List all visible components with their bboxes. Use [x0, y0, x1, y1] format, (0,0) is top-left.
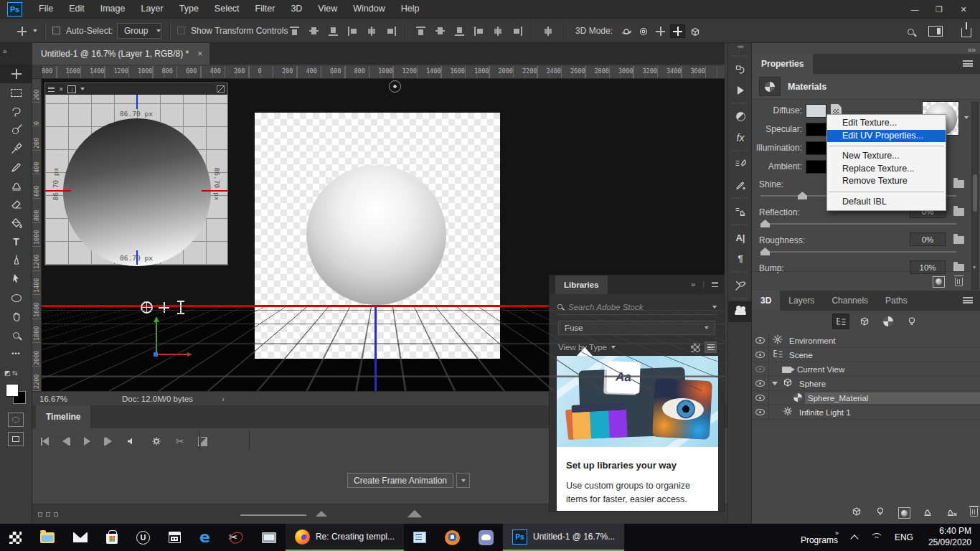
create-frame-animation-button[interactable]: Create Frame Animation — [347, 473, 453, 488]
clone-source-panel-icon[interactable] — [728, 201, 753, 222]
taskbar-photoshop[interactable]: PsUntitled-1 @ 16.7%... — [503, 524, 624, 551]
slider-thumb[interactable] — [760, 220, 770, 227]
rectangular-marquee-tool[interactable] — [0, 83, 32, 102]
show-hidden-icons[interactable] — [845, 524, 864, 551]
menu-window[interactable]: Window — [345, 0, 392, 18]
light-source-widget-icon[interactable] — [389, 80, 401, 93]
menu-select[interactable]: Select — [207, 0, 248, 18]
tool-preset-caret-icon[interactable] — [33, 29, 37, 32]
new-instance-button[interactable] — [923, 506, 934, 520]
history-panel-icon[interactable] — [728, 59, 753, 80]
close-tab-icon[interactable]: × — [197, 49, 202, 59]
quick-mask-button[interactable] — [8, 413, 24, 427]
first-frame-button[interactable] — [41, 437, 49, 446]
timeline-option-icon[interactable] — [46, 512, 50, 517]
foreground-color-swatch[interactable] — [6, 384, 19, 397]
expand-toolbar-icon[interactable]: » — [3, 47, 7, 55]
texture-folder-icon[interactable] — [953, 206, 964, 219]
swap-colors-icon[interactable]: ◩ ⇆ — [4, 369, 29, 380]
zoom-tool[interactable] — [0, 326, 32, 344]
tab-channels[interactable]: Channels — [823, 291, 877, 311]
tab-properties[interactable]: Properties — [752, 54, 813, 74]
language-indicator[interactable]: ENG — [888, 524, 920, 551]
share-icon[interactable] — [961, 28, 971, 37]
uv-menu-icon[interactable] — [48, 87, 55, 92]
adjustments-panel-icon[interactable] — [728, 106, 753, 127]
group-dropdown[interactable]: Group — [117, 23, 161, 39]
timeline-tab[interactable]: Timeline — [36, 405, 90, 428]
chevron-down-icon[interactable] — [80, 88, 85, 90]
tool-presets-panel-icon[interactable] — [728, 275, 753, 296]
taskbar-start-menu[interactable] — [0, 524, 31, 551]
hand-tool[interactable] — [0, 307, 32, 326]
taskbar-document-viewer[interactable] — [404, 524, 435, 551]
quick-selection-tool[interactable] — [0, 121, 32, 139]
library-collection-dropdown[interactable]: Fuse — [558, 321, 715, 335]
menu-filter[interactable]: Filter — [248, 0, 283, 18]
timeline-zoom-in-icon[interactable] — [316, 511, 327, 517]
3d-axis-widget[interactable] — [151, 316, 230, 366]
new-mesh-button[interactable] — [851, 506, 862, 520]
align-bottom-edges-icon[interactable] — [327, 27, 339, 36]
next-frame-button[interactable] — [104, 437, 112, 446]
slider-track[interactable] — [760, 251, 956, 253]
slide-camera-icon[interactable] — [670, 24, 685, 38]
context-menu-item[interactable]: Default IBL — [827, 196, 946, 209]
new-light-button[interactable] — [875, 506, 886, 520]
play-button[interactable] — [84, 437, 90, 446]
dolly-camera-icon[interactable] — [687, 24, 702, 38]
delete-button[interactable] — [970, 507, 978, 519]
align-right-edges-icon[interactable] — [385, 27, 397, 36]
trash-icon[interactable] — [955, 278, 963, 286]
taskbar-unreal-engine[interactable]: U — [127, 524, 159, 551]
menu-file[interactable]: File — [31, 0, 61, 18]
distribute-horizontal-centers-icon[interactable] — [492, 27, 504, 36]
orbit-camera-icon[interactable] — [618, 24, 633, 38]
horizontal-ruler[interactable]: 8001600140012001000800600400200020040060… — [32, 66, 725, 79]
properties-scrollbar[interactable]: ▾ — [971, 102, 979, 290]
taskbar-blender[interactable] — [435, 524, 469, 551]
texture-folder-icon[interactable] — [953, 234, 964, 247]
taskbar-snipping-tool[interactable]: ✂ — [220, 524, 253, 551]
library-search-field[interactable]: Search Adobe Stock — [557, 299, 717, 315]
visibility-eye-icon[interactable] — [752, 405, 769, 420]
distribute-vertical-centers-icon[interactable] — [434, 27, 446, 36]
creative-cloud-panel-icon[interactable] — [728, 301, 753, 322]
timeline-zoom-slider[interactable] — [240, 514, 306, 516]
minimize-button[interactable]: — — [903, 0, 927, 19]
scene-tree-row[interactable]: Sphere_Material — [752, 391, 980, 405]
scene-tree-row[interactable]: Infinite Light 1 — [752, 405, 980, 420]
collapse-panel-icon[interactable]: » — [691, 280, 695, 288]
visibility-eye-icon[interactable] — [752, 377, 769, 391]
tab-libraries[interactable]: Libraries — [555, 276, 608, 294]
taskbar-microsoft-store[interactable] — [97, 524, 127, 551]
context-menu-item[interactable]: Remove Texture — [827, 175, 946, 188]
brush-settings-panel-icon[interactable] — [728, 154, 753, 174]
tab-layers[interactable]: Layers — [780, 291, 823, 311]
brush-tool[interactable] — [0, 158, 32, 176]
visibility-eye-icon[interactable] — [752, 362, 769, 377]
clone-stamp-tool[interactable] — [0, 176, 32, 195]
settings-button[interactable] — [151, 435, 162, 447]
delete-instance-button[interactable] — [946, 506, 958, 520]
taskbar-file-explorer[interactable] — [31, 524, 64, 551]
dolly-camera-widget-icon[interactable] — [177, 301, 184, 314]
align-horizontal-centers-icon[interactable] — [366, 27, 378, 36]
ibl-icon[interactable] — [933, 276, 945, 288]
scene-tree-row[interactable]: Sphere — [752, 377, 980, 391]
distribute-right-edges-icon[interactable] — [512, 27, 524, 36]
align-left-edges-icon[interactable] — [347, 27, 359, 36]
distribute-spacing-icon[interactable] — [542, 27, 555, 36]
panel-menu-icon[interactable] — [963, 297, 973, 303]
wifi-icon[interactable] — [864, 524, 888, 551]
type-tool[interactable]: T — [0, 232, 32, 251]
actions-panel-icon[interactable] — [728, 80, 753, 100]
paragraph-panel-icon[interactable]: ¶ — [728, 248, 753, 269]
expander-chevron-icon[interactable] — [772, 382, 778, 385]
scrollbar-thumb[interactable] — [973, 174, 977, 212]
scroll-down-icon[interactable]: ▾ — [973, 264, 976, 270]
color-swatch[interactable] — [806, 123, 826, 136]
zoom-level-field[interactable]: 16.67% — [32, 395, 77, 403]
programs-toolbar[interactable]: » Programs — [793, 529, 845, 545]
mute-audio-button[interactable] — [126, 435, 137, 447]
